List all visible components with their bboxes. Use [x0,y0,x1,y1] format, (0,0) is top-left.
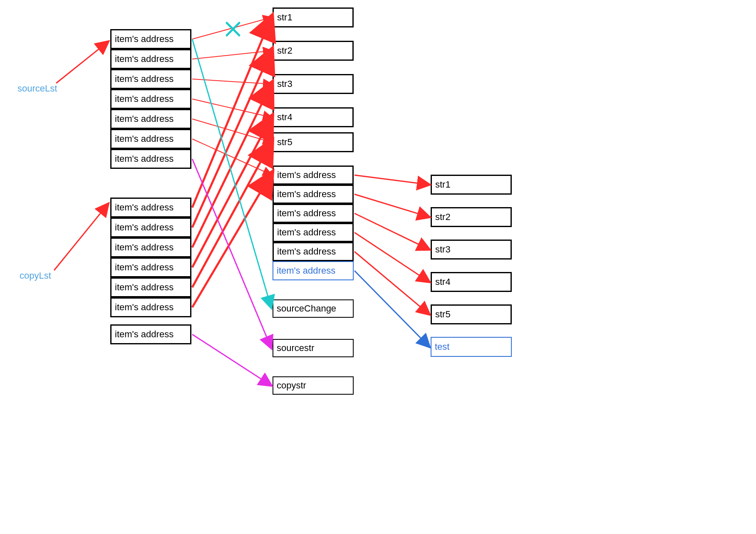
sourceLst-item-5: item's address [110,129,191,149]
right-str-2: str3 [431,240,512,260]
sourceLst-item-4: item's address [110,109,191,129]
nested-item-1: item's address [273,185,354,204]
svg-line-0 [56,42,108,83]
svg-line-14 [227,23,239,35]
svg-line-11 [192,117,271,267]
svg-line-21 [354,213,429,250]
sourceLst-item-2: item's address [110,69,191,89]
svg-line-1 [54,204,108,270]
copyLst-item-0: item's address [110,198,191,218]
str-box-0: str1 [273,7,354,27]
str-box-3: str4 [273,107,354,127]
svg-line-22 [354,232,429,282]
svg-line-19 [354,175,429,185]
svg-line-15 [227,23,239,35]
nested-item-3: item's address [273,223,354,242]
label-copyLst: copyLst [20,270,51,281]
right-str-3: str4 [431,272,512,292]
nested-item-5-blue: item's address [273,261,354,280]
svg-line-4 [192,79,271,84]
svg-line-7 [192,139,271,175]
diagram-canvas: sourceLst copyLst item's address item's … [0,0,756,534]
label-sourceLst: sourceLst [17,83,57,94]
str-box-4: str5 [273,132,354,152]
copyLst-item-6: item's address [110,324,191,344]
svg-line-5 [192,99,271,117]
sourceChange-box: sourceChange [273,299,354,318]
svg-line-17 [192,159,271,348]
nested-item-0: item's address [273,166,354,185]
svg-line-2 [192,17,271,39]
copyLst-item-2: item's address [110,237,191,257]
sourceLst-item-3: item's address [110,89,191,109]
right-str-1: str2 [431,207,512,227]
sourceLst-item-0: item's address [110,29,191,49]
right-str-0: str1 [431,175,512,195]
svg-line-18 [192,334,271,386]
nested-item-4: item's address [273,242,354,261]
svg-line-10 [192,84,271,247]
copyLst-item-1: item's address [110,218,191,237]
copyLst-item-5: item's address [110,297,191,317]
copyLst-item-3: item's address [110,257,191,277]
right-str-4: str5 [431,304,512,324]
svg-line-20 [354,194,429,217]
str-box-1: str2 [273,41,354,61]
copystr-box: copystr [273,376,354,395]
svg-line-3 [192,51,271,59]
svg-line-8 [192,17,271,208]
svg-line-24 [354,271,429,347]
svg-line-9 [192,51,271,227]
svg-line-23 [354,252,429,314]
nested-item-2: item's address [273,204,354,223]
svg-line-12 [192,142,271,287]
sourceLst-item-1: item's address [110,49,191,69]
test-box: test [431,337,512,357]
svg-line-16 [192,39,271,308]
svg-line-13 [192,174,271,307]
str-box-2: str3 [273,74,354,94]
sourcestr-box: sourcestr [273,339,354,357]
sourceLst-item-6: item's address [110,149,191,169]
svg-line-6 [192,119,271,142]
copyLst-item-4: item's address [110,277,191,297]
